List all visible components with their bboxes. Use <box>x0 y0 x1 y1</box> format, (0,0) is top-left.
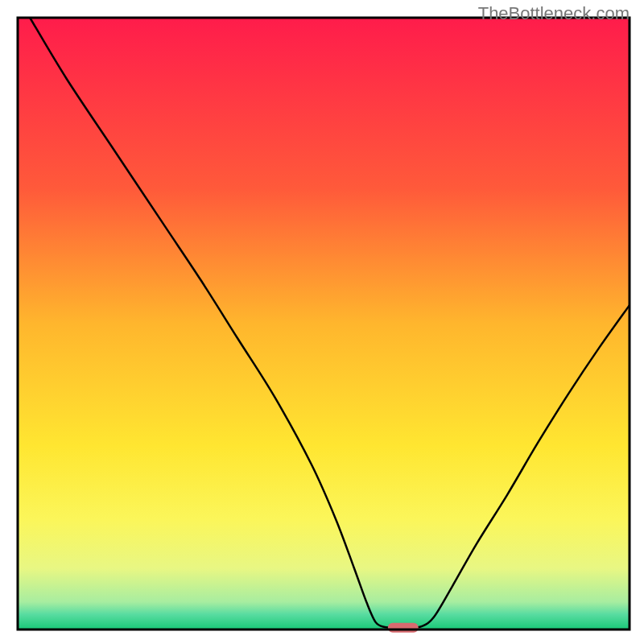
bottleneck-chart: TheBottleneck.com <box>0 0 644 644</box>
chart-svg <box>0 0 644 644</box>
marker-group <box>388 623 419 633</box>
watermark-text: TheBottleneck.com <box>478 3 630 24</box>
optimal-marker <box>388 623 419 633</box>
gradient-background <box>18 18 630 630</box>
